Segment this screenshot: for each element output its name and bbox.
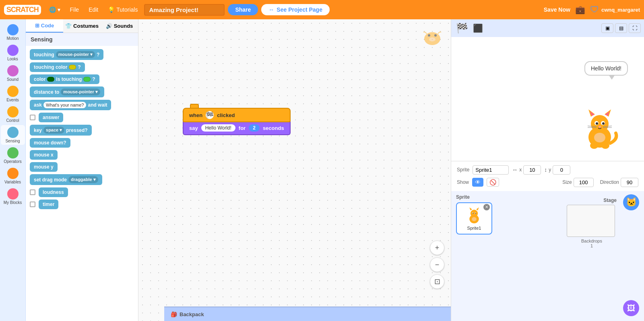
sensing-label: Sensing (5, 139, 20, 143)
block-mouse-y[interactable]: mouse y (30, 162, 58, 172)
svg-point-15 (602, 122, 605, 125)
list-item: distance to mouse-pointer ▾ (30, 86, 134, 97)
variables-label: Variables (4, 180, 21, 184)
category-sound[interactable]: Sound (1, 64, 25, 83)
zoom-out-button[interactable]: − (430, 257, 444, 272)
size-input[interactable] (574, 178, 594, 187)
hat-block[interactable]: when 🏁 clicked (183, 108, 291, 122)
block-timer[interactable]: timer (39, 200, 58, 209)
svg-point-5 (429, 37, 436, 41)
script-area[interactable]: when 🏁 clicked say Hello World! for 2 se… (138, 19, 451, 321)
stop-button[interactable]: ⬛ (471, 23, 485, 33)
block-set-drag[interactable]: set drag mode draggable ▾ (30, 174, 102, 185)
timer-checkbox[interactable] (30, 202, 35, 207)
distance-dropdown[interactable]: mouse-pointer ▾ (61, 88, 100, 95)
stage-cat (580, 107, 620, 153)
list-item: set drag mode draggable ▾ (30, 174, 134, 185)
block-mouse-x[interactable]: mouse x (30, 150, 58, 160)
y-input[interactable] (553, 165, 570, 175)
file-menu[interactable]: File (67, 5, 83, 14)
drag-dropdown[interactable]: draggable ▾ (68, 176, 98, 183)
sprite-thumb-name: Sprite1 (467, 226, 481, 230)
user-avatar[interactable]: 🛡 cwnq_margaret (590, 4, 640, 15)
category-operators[interactable]: Operators (1, 146, 25, 165)
scratch-logo[interactable]: SCRATCH (4, 5, 41, 15)
show-visible-button[interactable]: 👁 (472, 178, 483, 187)
block-color-touching[interactable]: color is touching ? (30, 74, 99, 84)
say-value[interactable]: Hello World! (201, 124, 235, 132)
script-block-group[interactable]: when 🏁 clicked say Hello World! for 2 se… (183, 108, 291, 135)
block-loudness[interactable]: loudness (39, 187, 68, 197)
backpack-bar[interactable]: 🎒 Backpack (164, 307, 451, 321)
sprite-name-input[interactable] (473, 165, 509, 175)
main-layout: Motion Looks Sound Events Control Sensin… (0, 19, 644, 321)
shield-icon: 🛡 (590, 4, 599, 15)
block-touching-color[interactable]: touching color ? (30, 62, 85, 72)
project-name-input[interactable] (144, 4, 225, 16)
operators-label: Operators (4, 159, 21, 164)
normal-stage-button[interactable]: ▤ (615, 23, 627, 33)
block-distance-to[interactable]: distance to mouse-pointer ▾ (30, 86, 104, 97)
zoom-in-button[interactable]: + (430, 241, 444, 255)
save-now-button[interactable]: Save Now (544, 6, 570, 13)
sensing-dot (7, 127, 19, 138)
sprite-delete-button[interactable]: ✕ (483, 204, 490, 210)
x-input[interactable] (523, 165, 541, 175)
loudness-checkbox[interactable] (30, 189, 35, 195)
block-ask-wait[interactable]: ask What's your name? and wait (30, 100, 111, 110)
say-seconds-value[interactable]: 2 (249, 124, 260, 132)
block-touching-mouse[interactable]: touching mouse-pointer ▾ ? (30, 49, 103, 60)
category-variables[interactable]: Variables (1, 166, 25, 186)
sprite-thumb-sprite1[interactable]: ✕ Sprite1 (456, 202, 492, 235)
green-flag-button[interactable]: 🏁 (454, 23, 470, 34)
fullscreen-button[interactable]: ⛶ (629, 23, 641, 33)
small-stage-button[interactable]: ▣ (601, 23, 613, 33)
add-sprite-button[interactable]: 🐱 (623, 194, 639, 210)
key-dropdown[interactable]: space ▾ (43, 127, 64, 134)
tab-code[interactable]: ⊞ Code (26, 19, 63, 33)
block-key-pressed[interactable]: key space ▾ pressed? (30, 125, 92, 136)
category-control[interactable]: Control (1, 105, 25, 124)
looks-label: Looks (7, 57, 18, 61)
block-mouse-down[interactable]: mouse down? (30, 138, 70, 148)
y-arrows-icon: ↕ (544, 167, 547, 173)
add-backdrop-button[interactable]: 🖼 (623, 300, 639, 316)
svg-point-33 (472, 217, 477, 221)
touching-color-swatch[interactable] (69, 65, 76, 70)
category-myblocks[interactable]: My Blocks (1, 187, 25, 206)
category-looks[interactable]: Looks (1, 43, 25, 63)
clicked-label: clicked (217, 112, 235, 118)
backpack-icon: 🎒 (171, 311, 177, 317)
color-swatch-2[interactable] (83, 77, 91, 82)
stage-col-title: Stage (567, 198, 617, 203)
ask-input[interactable]: What's your name? (43, 102, 86, 108)
direction-input[interactable] (621, 178, 638, 187)
category-motion[interactable]: Motion (1, 23, 25, 42)
answer-checkbox[interactable] (30, 115, 35, 120)
briefcase-icon-button[interactable]: 💼 (574, 5, 587, 14)
tab-sounds[interactable]: 🔊 Sounds (101, 19, 138, 33)
list-item: mouse y (30, 162, 134, 172)
svg-point-14 (596, 122, 598, 125)
show-hidden-button[interactable]: 🚫 (487, 178, 499, 187)
category-events[interactable]: Events (1, 84, 25, 104)
globe-button[interactable]: 🌐 ▾ (46, 5, 64, 14)
sprite-info-row: Sprite ↔ x ↕ y (457, 165, 638, 175)
share-button[interactable]: Share (228, 4, 258, 15)
list-item: mouse down? (30, 138, 134, 148)
motion-label: Motion (6, 36, 19, 41)
tutorials-button[interactable]: 💡 Tutorials (105, 5, 141, 14)
zoom-fit-button[interactable]: ⊡ (430, 274, 444, 289)
say-block[interactable]: say Hello World! for 2 seconds (183, 121, 291, 135)
tab-costumes[interactable]: 👕 Costumes (63, 19, 101, 33)
block-answer[interactable]: answer (39, 113, 63, 122)
edit-menu[interactable]: Edit (85, 5, 101, 14)
control-dot (7, 106, 19, 117)
see-project-button[interactable]: ↔ See Project Page (261, 4, 330, 15)
color-swatch-1[interactable] (47, 77, 54, 82)
mouse-pointer-dropdown[interactable]: mouse-pointer ▾ (56, 51, 95, 58)
svg-point-31 (475, 213, 476, 214)
category-sensing[interactable]: Sensing (1, 125, 25, 145)
stage-mini-thumb[interactable] (567, 205, 615, 237)
username-label: cwnq_margaret (601, 7, 640, 13)
